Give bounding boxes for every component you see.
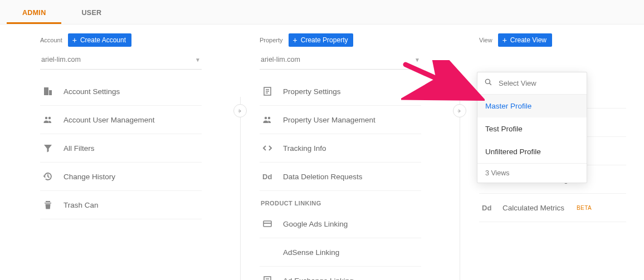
trash-icon [42,199,53,210]
view-select-dropdown: Select View Master Profile Test Profile … [477,72,587,183]
create-account-label: Create Account [80,36,126,44]
column-transfer-button[interactable] [233,104,247,117]
menu-item[interactable]: Ad Exchange Linking [260,267,421,280]
column-property: Property + Create Property ariel-lim.com… [219,24,439,280]
account-selector[interactable]: ariel-lim.com ▼ [40,52,202,70]
menu-item[interactable]: Account User Management [40,106,202,134]
menu-item-label: Trash Can [64,201,99,209]
account-menu: Account SettingsAccount User ManagementA… [40,77,202,219]
view-search-placeholder: Select View [499,79,536,87]
column-property-label: Property [260,37,283,43]
property-menu-2: Google Ads LinkingAdSense LinkingAd Exch… [260,210,421,280]
view-option[interactable]: Test Profile [477,117,587,140]
menu-item[interactable]: Property Settings [260,77,421,106]
sheet-icon [262,86,273,97]
menu-item-label: AdSense Linking [283,248,339,257]
beta-badge: BETA [577,205,592,211]
menu-item[interactable]: All Filters [40,134,202,163]
menu-item-label: Calculated Metrics [502,204,564,212]
menu-item[interactable]: Data Deletion Requests [260,163,421,191]
dd-icon [262,171,273,182]
menu-item-label: Property Settings [283,87,341,96]
create-view-button[interactable]: + Create View [498,33,552,47]
menu-item-label: Tracking Info [283,144,326,153]
sheet-icon [262,275,273,280]
column-view-label: View [479,37,492,43]
menu-item[interactable]: Calculated MetricsBETA [479,194,626,222]
search-icon [484,78,493,89]
create-property-button[interactable]: + Create Property [289,33,354,47]
view-count: 3 Views [477,163,587,183]
property-selector[interactable]: ariel-lim.com ▼ [260,52,421,70]
menu-item[interactable]: Trash Can [40,191,202,219]
building-icon [42,86,53,97]
menu-item[interactable]: AdSense Linking [260,238,421,267]
property-selector-value: ariel-lim.com [261,56,300,63]
column-account-label: Account [40,37,62,43]
view-option[interactable]: Master Profile [477,95,587,117]
product-linking-header: PRODUCT LINKING [260,191,421,210]
menu-item-label: Account Settings [64,87,120,96]
card-icon [262,218,273,229]
column-transfer-button[interactable] [453,104,466,117]
view-option[interactable]: Unfiltered Profile [477,140,587,163]
top-tabs: ADMIN USER [0,0,644,24]
history-icon [42,171,53,182]
plus-icon: + [293,36,297,44]
people-icon [42,114,53,125]
column-account: Account + Create Account ariel-lim.com ▼… [0,24,219,280]
dd-icon [481,202,492,213]
people-icon [262,114,273,125]
menu-item-label: Change History [64,173,115,181]
caret-down-icon: ▼ [414,57,420,63]
menu-item-label: Account User Management [64,116,155,124]
menu-item[interactable]: Account Settings [40,77,202,106]
account-selector-value: ariel-lim.com [41,56,81,63]
tab-user[interactable]: USER [64,1,119,23]
menu-item-label: Property User Management [283,116,375,124]
property-menu-1: Property SettingsProperty User Managemen… [260,77,421,191]
none-icon [262,247,273,258]
plus-icon: + [72,36,77,44]
menu-item[interactable]: Google Ads Linking [260,210,421,238]
code-icon [262,143,273,154]
menu-item-label: Google Ads Linking [283,220,348,228]
plus-icon: + [502,36,507,44]
create-view-label: Create View [510,36,547,44]
menu-item-label: Ad Exchange Linking [283,277,354,281]
create-property-label: Create Property [301,36,348,44]
view-search[interactable]: Select View [477,72,587,95]
menu-item[interactable]: Property User Management [260,106,421,134]
menu-item[interactable]: Change History [40,163,202,191]
tab-admin[interactable]: ADMIN [4,1,64,23]
funnel-icon [42,143,53,154]
caret-down-icon: ▼ [195,57,201,63]
admin-columns: Account + Create Account ariel-lim.com ▼… [0,24,644,280]
menu-item-label: Data Deletion Requests [283,173,363,181]
create-account-button[interactable]: + Create Account [68,33,131,47]
menu-item-label: All Filters [64,144,95,153]
column-divider [460,97,460,280]
column-divider [240,97,241,280]
menu-item[interactable]: Tracking Info [260,134,421,163]
